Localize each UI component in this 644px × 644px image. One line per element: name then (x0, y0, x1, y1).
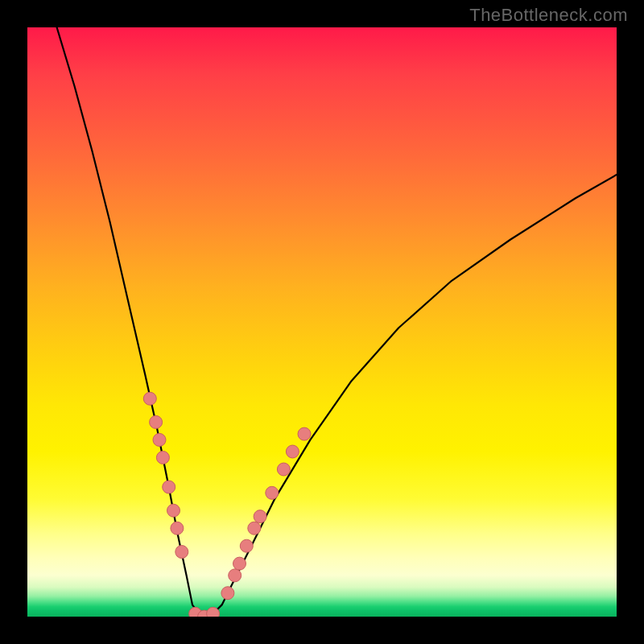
data-point (266, 486, 279, 499)
data-point (171, 522, 184, 535)
chart-frame: TheBottleneck.com (0, 0, 644, 644)
data-point (163, 481, 175, 493)
data-point (248, 522, 261, 535)
data-point (229, 569, 242, 582)
data-point (156, 451, 169, 464)
data-point (221, 587, 234, 600)
data-point (298, 427, 311, 440)
data-point (286, 445, 299, 458)
chart-svg (27, 27, 617, 617)
data-point (240, 539, 253, 552)
data-point (277, 463, 290, 476)
data-point (254, 510, 266, 523)
data-point (233, 557, 246, 570)
data-point (175, 546, 188, 559)
bottleneck-curve (57, 27, 617, 617)
data-point (143, 392, 156, 405)
plot-area (27, 27, 617, 617)
data-point (167, 504, 180, 517)
data-point (150, 415, 163, 428)
data-point (153, 433, 166, 446)
watermark-text: TheBottleneck.com (469, 5, 628, 26)
data-point (207, 607, 220, 617)
